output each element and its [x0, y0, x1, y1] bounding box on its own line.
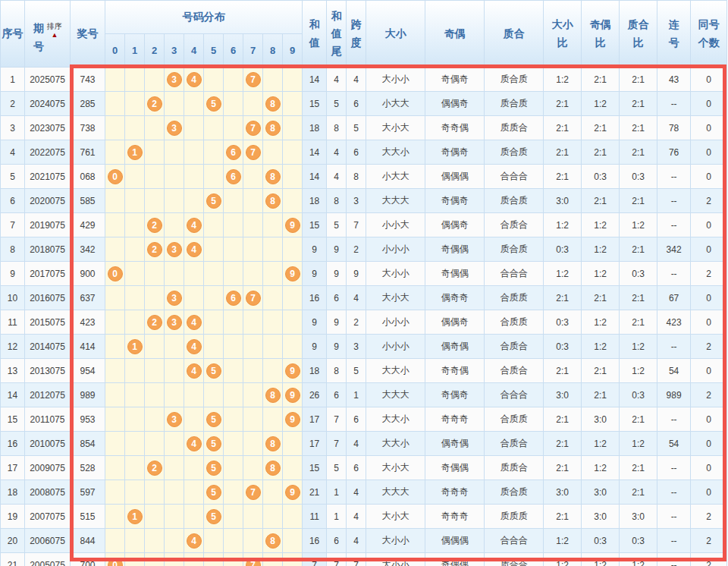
- cell-odd-even: 奇偶奇: [425, 68, 485, 92]
- cell-big-small-ratio: 2:1: [544, 432, 582, 456]
- sort-control[interactable]: 排序 ▲: [47, 21, 62, 39]
- cell-big-small: 小小大: [366, 213, 425, 237]
- cell-prime-comp-ratio: 2:1: [620, 189, 657, 213]
- cell-prize: 844: [71, 529, 105, 553]
- cell-sum: 21: [303, 480, 327, 505]
- cell-prime-comp-ratio: 1:2: [620, 213, 657, 237]
- cell-dist-8: 8: [263, 529, 283, 553]
- cell-odd-even: 奇奇奇: [425, 480, 485, 505]
- cell-dist-0: [105, 407, 125, 432]
- cell-dist-5: [204, 553, 224, 566]
- cell-big-small: 大小小: [366, 553, 425, 566]
- cell-span: 4: [347, 286, 366, 310]
- cell-sum: 26: [303, 383, 327, 407]
- cell-dist-7: [243, 262, 263, 286]
- cell-seq: 11: [1, 310, 25, 335]
- cell-odd-even-ratio: 2:1: [582, 189, 620, 213]
- digit-header-6: 6: [224, 34, 243, 68]
- cell-dist-8: 8: [263, 189, 283, 213]
- cell-prize: 954: [71, 359, 105, 383]
- cell-dist-8: [263, 310, 283, 335]
- cell-dist-0: [105, 237, 125, 262]
- cell-big-small: 大大小: [366, 359, 425, 383]
- cell-consecutive: --: [657, 165, 691, 189]
- cell-odd-even: 奇奇偶: [425, 359, 485, 383]
- cell-dist-9: [283, 553, 303, 566]
- cell-dist-3: [165, 262, 184, 286]
- number-ball: 7: [246, 72, 261, 87]
- number-ball: 4: [187, 436, 202, 451]
- cell-big-small-ratio: 2:1: [544, 92, 582, 116]
- cell-dist-5: 5: [204, 432, 224, 456]
- cell-dist-5: [204, 116, 224, 140]
- cell-odd-even: 偶奇偶: [425, 335, 485, 359]
- cell-span: 5: [347, 116, 366, 140]
- cell-consecutive: 54: [657, 432, 691, 456]
- cell-dist-2: 2: [145, 213, 165, 237]
- cell-dist-5: 5: [204, 456, 224, 480]
- cell-same-count: 0: [691, 213, 727, 237]
- cell-big-small: 大小小: [366, 529, 425, 553]
- cell-dist-6: [224, 116, 243, 140]
- cell-odd-even-ratio: 1:2: [582, 213, 620, 237]
- cell-big-small-ratio: 0:3: [544, 237, 582, 262]
- cell-period: 2017075: [25, 262, 71, 286]
- cell-dist-4: [184, 383, 204, 407]
- cell-dist-7: [243, 432, 263, 456]
- number-ball: 5: [206, 363, 221, 379]
- cell-consecutive: --: [657, 480, 691, 505]
- cell-dist-2: [145, 553, 165, 566]
- cell-sum-tail: 7: [327, 432, 347, 456]
- lottery-trend-screen: 序号 期号 排序 ▲ 奖号 号码分布 和值 和值尾 跨度 大小 奇偶: [0, 0, 728, 566]
- cell-dist-8: 8: [263, 383, 283, 407]
- cell-dist-8: [263, 505, 283, 529]
- cell-dist-5: [204, 262, 224, 286]
- cell-odd-even: 偶偶奇: [425, 310, 485, 335]
- cell-prime-comp-ratio: 1:2: [620, 553, 657, 566]
- col-header-prize: 奖号: [71, 1, 105, 68]
- number-ball: 3: [167, 315, 182, 330]
- cell-dist-6: [224, 92, 243, 116]
- cell-consecutive: --: [657, 553, 691, 566]
- cell-odd-even: 偶奇偶: [425, 432, 485, 456]
- number-ball: 4: [187, 533, 202, 549]
- cell-dist-3: [165, 359, 184, 383]
- consecutive-label: 连号: [668, 16, 680, 51]
- cell-dist-7: [243, 237, 263, 262]
- cell-sum: 9: [303, 237, 327, 262]
- cell-odd-even-ratio: 1:2: [582, 553, 620, 566]
- cell-odd-even-ratio: 0:3: [582, 529, 620, 553]
- cell-odd-even-ratio: 1:2: [582, 432, 620, 456]
- cell-big-small: 小大大: [366, 92, 425, 116]
- number-ball: 5: [206, 436, 221, 451]
- cell-dist-1: [125, 116, 145, 140]
- cell-consecutive: --: [657, 335, 691, 359]
- cell-same-count: 0: [691, 456, 727, 480]
- cell-dist-3: [165, 335, 184, 359]
- digit-header-3: 3: [165, 34, 184, 68]
- number-ball: 4: [187, 315, 202, 330]
- cell-big-small: 大大大: [366, 189, 425, 213]
- col-header-span: 跨度: [347, 1, 366, 68]
- number-ball: 6: [226, 291, 241, 306]
- col-header-sum-tail: 和值尾: [327, 1, 347, 68]
- cell-period: 2018075: [25, 237, 71, 262]
- cell-prime-comp: 质质合: [485, 116, 544, 140]
- cell-seq: 13: [1, 359, 25, 383]
- cell-dist-2: [145, 116, 165, 140]
- table-row: 15 2011075 953 3 5 9 17 7 6 大大小 奇奇奇 合质质 …: [1, 407, 727, 432]
- cell-prize: 585: [71, 189, 105, 213]
- cell-sum: 14: [303, 165, 327, 189]
- cell-period: 2005075: [25, 553, 71, 566]
- cell-dist-5: [204, 165, 224, 189]
- cell-sum-tail: 9: [327, 335, 347, 359]
- cell-big-small-ratio: 3:0: [544, 189, 582, 213]
- cell-dist-2: [145, 140, 165, 165]
- cell-big-small-ratio: 2:1: [544, 407, 582, 432]
- cell-odd-even-ratio: 2:1: [582, 68, 620, 92]
- cell-dist-1: 1: [125, 335, 145, 359]
- cell-span: 6: [347, 140, 366, 165]
- cell-seq: 9: [1, 262, 25, 286]
- cell-prize: 597: [71, 480, 105, 505]
- cell-period: 2024075: [25, 92, 71, 116]
